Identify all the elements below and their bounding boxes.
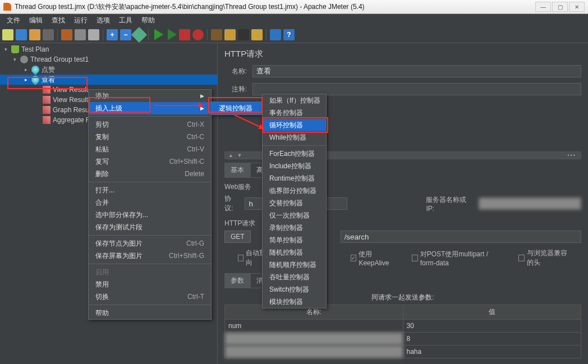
sm-controller-item[interactable]: Include控制器: [263, 160, 326, 172]
help-icon[interactable]: ?: [283, 29, 295, 40]
ctx-disable[interactable]: 禁用: [89, 278, 211, 291]
tree-sampler-like[interactable]: ▸点赞: [0, 64, 217, 75]
ctx-help[interactable]: 帮助: [89, 307, 211, 319]
toggle-icon[interactable]: [131, 26, 147, 42]
menu-tools[interactable]: 工具: [114, 15, 137, 26]
expand-icon[interactable]: +: [107, 29, 118, 40]
sm-controller-item[interactable]: Switch控制器: [263, 283, 326, 296]
close-button[interactable]: ✕: [569, 2, 585, 12]
save-icon[interactable]: [43, 29, 54, 40]
server-label: 服务器名称或IP:: [426, 195, 473, 213]
browser-header-label: 与浏览器兼容的头: [527, 248, 572, 268]
tree-sampler-like-label: 点赞: [42, 65, 55, 75]
tree-thread-group-label: Thread Group test1: [30, 56, 89, 63]
sm-controller-item[interactable]: ForEach控制器: [263, 148, 326, 160]
reset-search-icon[interactable]: [251, 29, 263, 40]
ctx-save-selection[interactable]: 选中部分保存为...: [89, 209, 211, 221]
menu-run[interactable]: 运行: [70, 15, 92, 26]
titlebar: Thread Group test1.jmx (D:\软件安装\apache-j…: [0, 0, 588, 14]
ctx-delete[interactable]: 删除Delete: [89, 168, 211, 180]
sm-controller-item[interactable]: 临界部分控制器: [263, 185, 326, 197]
tab-params[interactable]: 参数: [224, 273, 250, 288]
ctx-copy[interactable]: 复制Ctrl-C: [89, 131, 211, 143]
shutdown-icon[interactable]: [192, 29, 204, 40]
sm-controller-item[interactable]: 交替控制器: [263, 197, 326, 209]
ctx-add[interactable]: 添加▶: [89, 90, 211, 102]
search-icon[interactable]: [238, 29, 249, 40]
tree-child-label: View Result: [53, 86, 88, 94]
collapse-icon[interactable]: −: [120, 29, 131, 40]
menu-help[interactable]: 帮助: [137, 15, 159, 26]
sm-logic-controller[interactable]: 逻辑控制器▶: [212, 102, 261, 114]
clear-icon[interactable]: [211, 29, 222, 40]
comment-label: 注释:: [224, 85, 247, 94]
tree-root-label: Test Plan: [21, 45, 49, 53]
sm-controller-item[interactable]: 随机控制器: [263, 246, 326, 259]
sm-controller-item[interactable]: 模块控制器: [263, 296, 326, 308]
paste-icon[interactable]: [88, 29, 99, 40]
new-icon[interactable]: [2, 29, 13, 40]
server-input[interactable]: [479, 197, 581, 210]
sm-controller-item[interactable]: 仅一次控制器: [263, 209, 326, 222]
tree-sampler-view[interactable]: ▸查看: [0, 75, 217, 85]
method-select[interactable]: GET: [224, 231, 251, 243]
ctx-duplicate[interactable]: 复写Ctrl+Shift-C: [89, 155, 211, 168]
protocol-label: 协议:: [224, 194, 239, 213]
ctx-insert-parent[interactable]: 插入上级▶: [89, 102, 211, 114]
tree-child-label: Graph Result: [53, 106, 93, 114]
function-helper-icon[interactable]: [270, 29, 281, 40]
browser-header-checkbox[interactable]: 与浏览器兼容的头: [518, 248, 572, 268]
sm-controller-item[interactable]: 如果（If）控制器: [263, 94, 326, 107]
ctx-save-node-img[interactable]: 保存节点为图片Ctrl-G: [89, 237, 211, 250]
ctx-merge[interactable]: 合并: [89, 196, 211, 209]
jmeter-icon: [3, 3, 11, 11]
menu-file[interactable]: 文件: [2, 15, 25, 26]
ctx-open[interactable]: 打开...: [89, 184, 211, 196]
submenu-logic-controllers[interactable]: 如果（If）控制器事务控制器循环控制器While控制器ForEach控制器Inc…: [262, 94, 327, 308]
sm-controller-item[interactable]: 随机顺序控制器: [263, 259, 326, 271]
testplan-icon: [11, 45, 19, 53]
menu-edit[interactable]: 编辑: [25, 15, 47, 26]
start-icon[interactable]: [152, 29, 163, 40]
tree-thread-group[interactable]: ▾Thread Group test1: [0, 54, 217, 64]
path-input[interactable]: [341, 231, 581, 243]
ctx-paste[interactable]: 粘贴Ctrl-V: [89, 143, 211, 155]
name-input[interactable]: [252, 65, 581, 77]
submenu-insert-parent[interactable]: 逻辑控制器▶: [212, 102, 262, 115]
stop-icon[interactable]: [179, 29, 190, 40]
listener-icon: [43, 86, 50, 94]
sampler-icon: [30, 64, 41, 75]
sm-controller-item[interactable]: While控制器: [263, 131, 326, 144]
listener-icon: [43, 116, 50, 124]
menu-search[interactable]: 查找: [47, 15, 70, 26]
maximize-button[interactable]: ▢: [552, 2, 568, 12]
ctx-save-fragment[interactable]: 保存为测试片段: [89, 221, 211, 233]
sm-controller-item[interactable]: 循环控制器: [263, 119, 326, 131]
window-title: Thread Group test1.jmx (D:\软件安装\apache-j…: [15, 2, 365, 12]
start-no-timers-icon[interactable]: [166, 29, 177, 40]
tab-basic[interactable]: 基本: [224, 163, 250, 178]
sm-controller-item[interactable]: 简单控制器: [263, 234, 326, 246]
sm-controller-item[interactable]: 吞吐量控制器: [263, 271, 326, 283]
ctx-cut[interactable]: 剪切Ctrl-X: [89, 118, 211, 131]
sm-controller-item[interactable]: 事务控制器: [263, 107, 326, 119]
multipart-checkbox[interactable]: 对POST使用multipart / form-data: [412, 250, 504, 267]
toolbar: + − ?: [0, 26, 588, 43]
sm-controller-item[interactable]: Runtime控制器: [263, 172, 326, 185]
tree-root[interactable]: ▾Test Plan: [0, 44, 217, 54]
sm-controller-item[interactable]: 录制控制器: [263, 222, 326, 234]
params-table[interactable]: 名称:值 num30 8 haha: [224, 305, 581, 358]
ctx-save-screen-img[interactable]: 保存屏幕为图片Ctrl+Shift-G: [89, 250, 211, 262]
gear-icon: [20, 56, 28, 63]
cut-icon[interactable]: [61, 29, 72, 40]
templates-icon[interactable]: [16, 29, 27, 40]
minimize-button[interactable]: —: [535, 2, 551, 12]
menu-options[interactable]: 选项: [92, 15, 114, 26]
context-menu[interactable]: 添加▶ 插入上级▶ 剪切Ctrl-X 复制Ctrl-C 粘贴Ctrl-V 复写C…: [88, 89, 212, 320]
clear-all-icon[interactable]: [224, 29, 236, 40]
open-icon[interactable]: [29, 29, 40, 40]
table-row: haha: [225, 345, 581, 358]
keepalive-checkbox[interactable]: ✓使用 KeepAlive: [351, 250, 397, 267]
copy-icon[interactable]: [75, 29, 86, 40]
ctx-toggle[interactable]: 切换Ctrl-T: [89, 291, 211, 303]
